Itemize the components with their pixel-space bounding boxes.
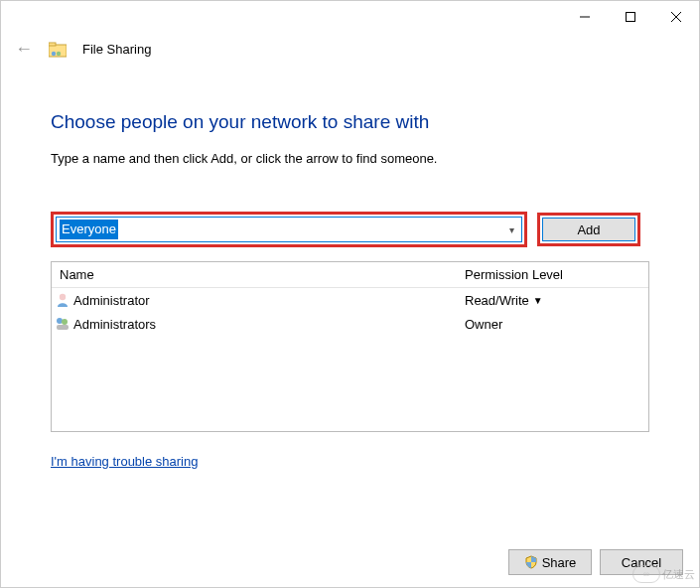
row-permission: Owner [459,317,648,332]
share-list: Name Permission Level AdministratorRead/… [51,261,649,432]
user-combobox-input[interactable] [57,222,501,237]
svg-rect-5 [49,43,56,46]
user-combobox[interactable]: Everyone ▾ [56,217,522,242]
header: ← File Sharing [1,33,699,75]
highlight-combo: Everyone ▾ [51,212,527,247]
svg-point-10 [62,319,68,325]
chevron-down-icon: ▼ [533,295,543,306]
highlight-add: Add [537,213,640,246]
svg-point-7 [57,51,61,55]
maximize-button[interactable] [608,3,653,31]
svg-rect-1 [627,13,635,22]
content-area: Choose people on your network to share w… [1,111,699,469]
row-name: Administrators [73,317,459,332]
trouble-sharing-link[interactable]: I'm having trouble sharing [51,454,198,469]
column-permission[interactable]: Permission Level [459,267,648,282]
back-button[interactable]: ← [15,39,33,60]
add-button[interactable]: Add [542,218,635,241]
cancel-button[interactable]: Cancel [600,549,683,575]
app-title: File Sharing [82,42,151,57]
footer-buttons: Share Cancel [508,549,683,575]
instruction-text: Type a name and then click Add, or click… [51,151,649,166]
table-row[interactable]: AdministratorRead/Write ▼ [52,288,648,312]
minimize-button[interactable] [562,3,608,31]
svg-point-9 [57,318,63,324]
combo-dropdown-arrow[interactable]: ▾ [501,224,521,235]
share-button[interactable]: Share [508,549,592,575]
file-sharing-dialog: ← File Sharing Choose people on your net… [0,0,700,588]
close-icon [671,12,681,22]
user-icon [52,292,73,308]
file-sharing-icon [49,42,67,58]
close-button[interactable] [653,3,699,31]
combo-selected-text: Everyone [60,220,118,239]
svg-point-8 [60,294,66,300]
row-permission[interactable]: Read/Write ▼ [459,293,648,308]
svg-point-6 [52,51,56,55]
row-name: Administrator [73,293,459,308]
titlebar [1,1,699,33]
column-name[interactable]: Name [52,267,459,282]
maximize-icon [626,12,635,22]
cancel-button-label: Cancel [622,555,661,570]
add-user-row: Everyone ▾ Add [51,212,649,247]
table-row[interactable]: AdministratorsOwner [52,312,648,336]
page-heading: Choose people on your network to share w… [51,111,649,133]
shield-icon [524,555,538,569]
svg-rect-11 [57,325,69,330]
list-header: Name Permission Level [52,262,648,288]
minimize-icon [580,12,590,22]
share-button-label: Share [542,555,577,570]
group-icon [52,316,73,332]
